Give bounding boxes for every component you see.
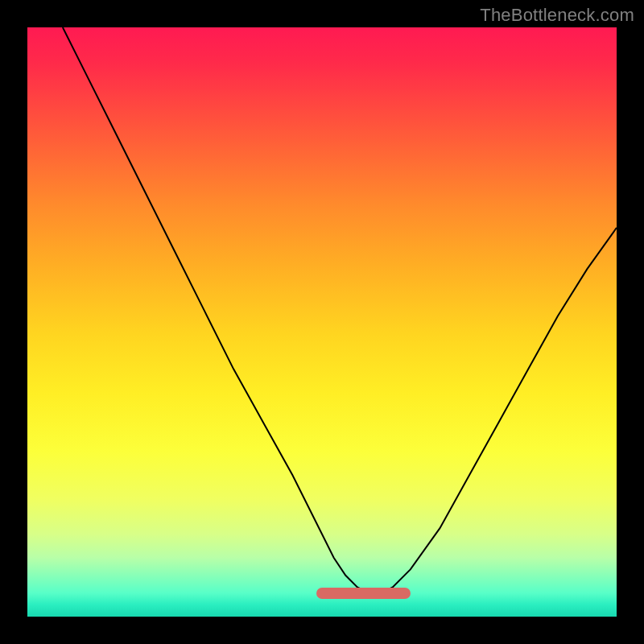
plot-area xyxy=(27,27,617,617)
watermark-text: TheBottleneck.com xyxy=(480,5,634,26)
bottleneck-curve xyxy=(63,27,617,593)
curve-svg xyxy=(27,27,617,617)
optimal-range-marker xyxy=(316,588,411,599)
